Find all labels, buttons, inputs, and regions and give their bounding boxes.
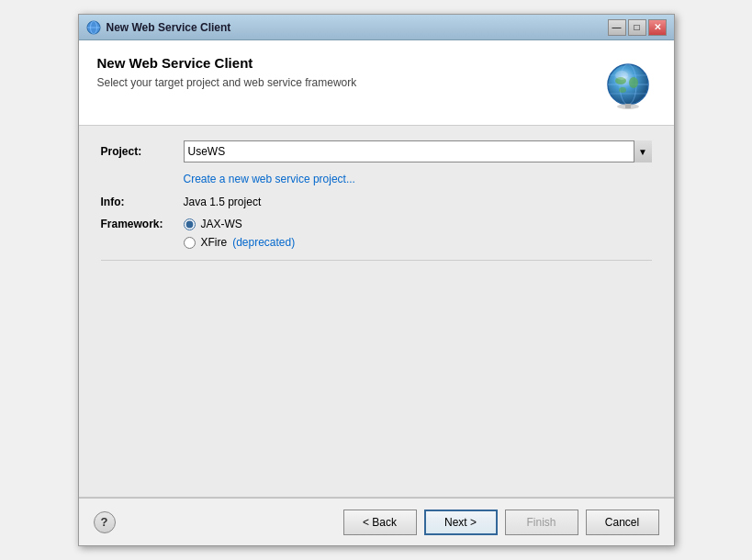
svg-point-11 xyxy=(615,71,628,80)
jaxws-radio[interactable] xyxy=(184,218,196,230)
xfire-radio-row: XFire (deprecated) xyxy=(184,236,652,249)
maximize-button[interactable]: □ xyxy=(628,19,646,36)
xfire-radio[interactable] xyxy=(184,237,196,249)
svg-point-9 xyxy=(629,77,638,88)
info-value: Java 1.5 project xyxy=(184,196,262,208)
footer-left: ? xyxy=(94,511,343,533)
close-button[interactable]: ✕ xyxy=(648,19,667,36)
back-button[interactable]: < Back xyxy=(343,510,417,535)
project-label: Project: xyxy=(101,145,184,158)
cancel-button[interactable]: Cancel xyxy=(586,510,659,535)
footer-buttons: < Back Next > Finish Cancel xyxy=(343,510,659,535)
project-row: Project: UseWS ▼ xyxy=(101,140,652,162)
globe-icon xyxy=(600,55,656,110)
separator xyxy=(101,260,652,261)
minimize-button[interactable]: — xyxy=(608,19,626,36)
framework-radio-group: JAX-WS XFire (deprecated) xyxy=(184,218,652,249)
project-field: UseWS ▼ xyxy=(184,140,652,162)
title-bar: New Web Service Client — □ ✕ xyxy=(79,15,674,40)
footer: ? < Back Next > Finish Cancel xyxy=(79,498,674,545)
title-bar-text: New Web Service Client xyxy=(107,21,608,34)
info-row: Info: Java 1.5 project xyxy=(101,195,652,208)
content-area: Project: UseWS ▼ Create a new web servic… xyxy=(79,126,674,498)
next-button[interactable]: Next > xyxy=(424,510,498,535)
dialog-title: New Web Service Client xyxy=(97,55,591,71)
create-project-link[interactable]: Create a new web service project... xyxy=(184,173,355,185)
header-section: New Web Service Client Select your targe… xyxy=(79,40,674,126)
svg-rect-13 xyxy=(625,104,631,108)
help-button[interactable]: ? xyxy=(94,511,116,533)
jaxws-label: JAX-WS xyxy=(201,218,242,230)
header-text: New Web Service Client Select your targe… xyxy=(97,55,591,89)
dialog-subtitle: Select your target project and web servi… xyxy=(97,76,591,89)
create-link-row: Create a new web service project... xyxy=(184,172,652,185)
window-icon xyxy=(86,20,101,35)
info-label: Info: xyxy=(101,196,184,208)
project-select[interactable]: UseWS xyxy=(184,140,652,162)
xfire-label: XFire xyxy=(201,236,228,249)
title-bar-buttons: — □ ✕ xyxy=(608,19,667,36)
framework-label: Framework: xyxy=(101,218,184,230)
framework-row: Framework: JAX-WS XFire (deprecated) xyxy=(101,218,652,249)
svg-point-10 xyxy=(619,87,626,93)
main-window: New Web Service Client — □ ✕ New Web Ser… xyxy=(78,14,675,546)
project-select-wrapper: UseWS ▼ xyxy=(184,140,652,162)
deprecated-link[interactable]: (deprecated) xyxy=(232,236,295,249)
finish-button[interactable]: Finish xyxy=(505,510,578,535)
jaxws-radio-row: JAX-WS xyxy=(184,218,652,230)
